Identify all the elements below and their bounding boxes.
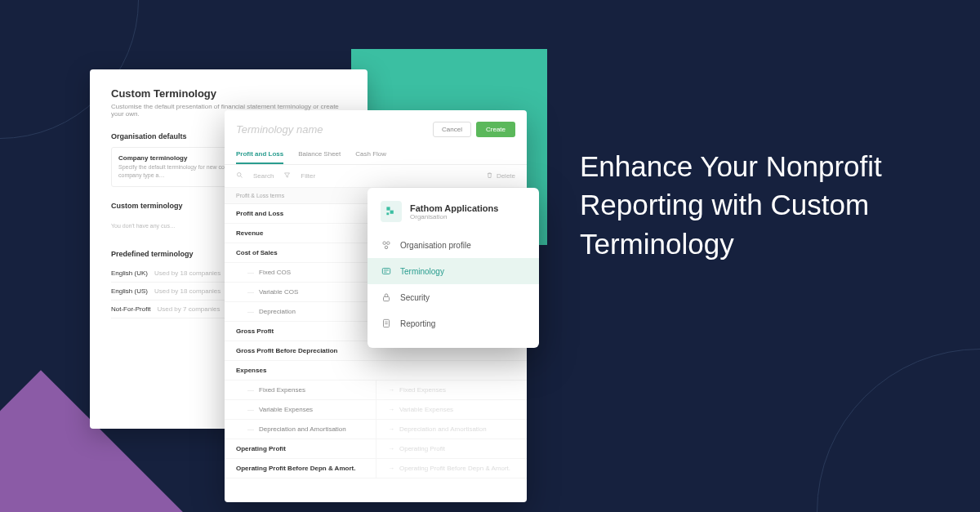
term-target: Variable Expenses [376, 400, 527, 419]
term-target: Depreciation and Amortisation [376, 420, 527, 439]
org-nav-popover: Fathom Applications Organisation Organis… [368, 188, 539, 348]
svg-point-5 [383, 242, 386, 245]
profile-icon [381, 239, 392, 251]
terminology-usage: Used by 7 companies [157, 305, 220, 313]
svg-rect-2 [386, 207, 390, 210]
sidebar-item-label: Security [400, 293, 430, 302]
svg-rect-4 [386, 212, 389, 215]
term-split-row[interactable]: Variable ExpensesVariable Expenses [225, 400, 527, 420]
cancel-button[interactable]: Cancel [433, 122, 471, 137]
svg-point-7 [385, 246, 388, 249]
svg-rect-12 [384, 319, 390, 327]
create-button[interactable]: Create [476, 122, 515, 137]
sidebar-item-organisation-profile[interactable]: Organisation profile [368, 232, 539, 258]
svg-rect-8 [382, 269, 390, 274]
delete-icon[interactable] [486, 171, 493, 180]
terminology-usage: Used by 18 companies [154, 269, 220, 277]
tab-cash-flow[interactable]: Cash Flow [355, 145, 386, 164]
svg-point-6 [387, 242, 390, 245]
term-split-row[interactable]: Depreciation and AmortisationDepreciatio… [225, 420, 527, 439]
search-icon[interactable] [236, 171, 243, 180]
filter-label[interactable]: Filter [301, 172, 315, 180]
term-target: Fixed Expenses [376, 381, 527, 399]
term-split-row[interactable]: Operating Profit Before Depn & Amort.Ope… [225, 459, 527, 479]
sidebar-item-security[interactable]: Security [368, 284, 539, 310]
sidebar-item-reporting[interactable]: Reporting [368, 310, 539, 336]
security-icon [381, 292, 392, 303]
org-logo-icon [381, 201, 402, 222]
filter-icon[interactable] [283, 171, 291, 180]
terminology-usage: Used by 18 companies [154, 287, 220, 295]
svg-point-0 [238, 173, 242, 177]
org-name: Fathom Applications [410, 203, 498, 213]
term-source: Operating Profit Before Depn & Amort. [225, 459, 376, 478]
terminology-name: English (US) [111, 287, 148, 295]
term-source: Depreciation and Amortisation [225, 420, 376, 439]
term-target: Operating Profit [376, 439, 527, 458]
terminology-name-input[interactable]: Terminology name [236, 123, 323, 136]
term-split-row[interactable]: Fixed ExpensesFixed Expenses [225, 381, 527, 400]
term-source: Fixed Expenses [225, 381, 376, 399]
terminology-name: English (UK) [111, 269, 148, 277]
reporting-icon [381, 318, 392, 329]
term-row[interactable]: Expenses [225, 361, 527, 381]
svg-rect-11 [384, 296, 390, 301]
sidebar-item-label: Reporting [400, 319, 435, 328]
tab-balance-sheet[interactable]: Balance Sheet [298, 145, 341, 164]
page-title: Custom Terminology [111, 87, 346, 100]
term-source: Operating Profit [225, 439, 376, 458]
term-target: Operating Profit Before Depn & Amort. [376, 459, 527, 478]
sidebar-item-terminology[interactable]: Terminology [368, 258, 539, 284]
delete-label[interactable]: Delete [497, 172, 515, 180]
terminology-name: Not-For-Profit [111, 305, 150, 313]
term-split-row[interactable]: Operating ProfitOperating Profit [225, 439, 527, 459]
terminology-icon [381, 265, 392, 277]
decorative-ring-bottom-right [817, 349, 980, 512]
org-sub-label: Organisation [410, 213, 498, 220]
hero-headline: Enhance Your Nonprofit Reporting with Cu… [580, 147, 923, 263]
svg-line-1 [241, 176, 243, 178]
tab-profit-and-loss[interactable]: Profit and Loss [236, 145, 283, 164]
sidebar-item-label: Terminology [400, 267, 444, 276]
sidebar-item-label: Organisation profile [400, 241, 471, 250]
term-source: Variable Expenses [225, 400, 376, 419]
svg-rect-3 [390, 211, 394, 214]
search-label[interactable]: Search [253, 172, 274, 180]
